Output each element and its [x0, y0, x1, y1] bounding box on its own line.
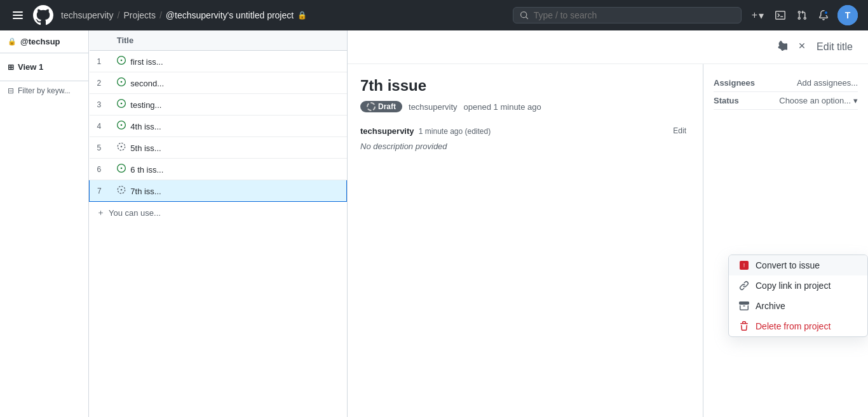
- row-title: testing...: [109, 94, 347, 116]
- sidebar-tabs: ⊞ View 1: [0, 53, 88, 81]
- notifications-button[interactable]: [816, 8, 831, 23]
- detail-panel: Edit title 7th issue Draft techsupervity…: [347, 30, 868, 417]
- context-menu-item[interactable]: Delete from project: [729, 316, 867, 336]
- table-row[interactable]: 1 first iss...: [90, 51, 347, 72]
- breadcrumb: techsupervity / Projects / @techsupervit…: [61, 10, 307, 20]
- grid-icon: ⊞: [8, 63, 14, 72]
- search-bar[interactable]: [513, 7, 742, 23]
- menu-item-icon: !: [739, 260, 749, 270]
- menu-item-icon: [739, 321, 749, 331]
- open-issue-icon: [117, 99, 126, 110]
- table-container[interactable]: Title 1 first iss... 2 second... 3 testi…: [89, 30, 347, 417]
- add-assignees-button[interactable]: Add assignees...: [797, 78, 858, 88]
- row-num: 2: [90, 72, 109, 94]
- sidebar-org-name: @techsup: [20, 37, 60, 46]
- context-menu-item[interactable]: Copy link in project: [729, 275, 867, 296]
- detail-header-actions: Edit title: [775, 38, 855, 56]
- open-issue-icon: [117, 77, 126, 88]
- add-row-label: You can use...: [109, 208, 161, 218]
- filter-bar[interactable]: ⊟ Filter by keyw...: [0, 81, 88, 100]
- status-value: Choose an option...: [779, 96, 851, 105]
- detail-header: Edit title: [348, 30, 868, 64]
- svg-point-8: [120, 189, 122, 191]
- row-num: 6: [90, 159, 109, 180]
- col-num: [90, 30, 109, 51]
- assignees-field: Assignees Add assignees...: [714, 74, 858, 92]
- sidebar-tab-view1[interactable]: ⊞ View 1: [0, 58, 88, 76]
- table-row[interactable]: 4 4th iss...: [90, 116, 347, 137]
- page-body: 🔒 @techsup ⊞ View 1 ⊟ Filter by keyw... …: [0, 30, 868, 417]
- svg-point-6: [120, 146, 122, 148]
- draft-issue-icon: [117, 142, 126, 153]
- context-menu-item[interactable]: Archive: [729, 296, 867, 316]
- svg-rect-1: [13, 15, 23, 16]
- menu-item-label: Copy link in project: [756, 281, 831, 291]
- sidebar-org-header: 🔒 @techsup: [0, 30, 88, 53]
- table-row[interactable]: 7 7th iss...: [90, 180, 347, 202]
- context-menu-item[interactable]: ! Convert to issue: [729, 255, 867, 275]
- comment-header: techsupervity 1 minute ago (edited) Edit: [360, 125, 690, 136]
- issue-meta-author: techsupervity: [409, 102, 458, 112]
- breadcrumb-sep2: /: [159, 10, 162, 20]
- table-row[interactable]: 2 second...: [90, 72, 347, 94]
- breadcrumb-sep1: /: [117, 10, 119, 20]
- draft-badge: Draft: [360, 101, 402, 112]
- close-button[interactable]: [795, 39, 809, 55]
- breadcrumb-projects[interactable]: Projects: [123, 10, 156, 20]
- pullrequest-button[interactable]: [794, 8, 810, 23]
- table-row[interactable]: 5 5th iss...: [90, 137, 347, 159]
- status-dropdown-button[interactable]: Choose an option... ▾: [779, 96, 858, 105]
- svg-rect-2: [13, 18, 23, 19]
- row-num: 4: [90, 116, 109, 137]
- comment-edit-button[interactable]: Edit: [669, 125, 690, 136]
- row-num: 3: [90, 94, 109, 116]
- terminal-button[interactable]: [773, 8, 788, 23]
- issue-meta: Draft techsupervity opened 1 minute ago: [360, 101, 690, 112]
- row-num: 7: [90, 180, 109, 202]
- open-issue-icon: [117, 164, 126, 175]
- draft-issue-icon: [117, 185, 126, 196]
- comment-author-block: techsupervity 1 minute ago (edited): [360, 126, 491, 136]
- row-title: 4th iss...: [109, 116, 347, 137]
- status-label: Status: [714, 96, 739, 105]
- context-menu: ! Convert to issue Copy link in project …: [728, 255, 868, 337]
- chevron-down-icon: ▾: [853, 96, 858, 105]
- top-nav: techsupervity / Projects / @techsupervit…: [0, 0, 868, 30]
- edit-title-button[interactable]: Edit title: [814, 39, 855, 55]
- table-row[interactable]: 6 6 th iss...: [90, 159, 347, 180]
- hamburger-button[interactable]: [10, 8, 25, 23]
- avatar[interactable]: T: [837, 5, 858, 25]
- detail-body: 7th issue Draft techsupervity opened 1 m…: [348, 64, 868, 417]
- comment-author: techsupervity: [360, 126, 414, 136]
- lock-icon: 🔒: [297, 11, 307, 20]
- svg-text:T: T: [845, 10, 851, 20]
- sidebar-tab-label: View 1: [18, 62, 43, 72]
- row-title: first iss...: [109, 51, 347, 72]
- row-title: 6 th iss...: [109, 159, 347, 180]
- issues-table: Title 1 first iss... 2 second... 3 testi…: [89, 30, 347, 202]
- open-issue-icon: [117, 121, 126, 131]
- row-title: 5th iss...: [109, 137, 347, 159]
- detail-sidebar: Assignees Add assignees... Status Choose…: [703, 64, 868, 417]
- new-button[interactable]: + ▾: [749, 7, 766, 24]
- issue-title: 7th issue: [360, 77, 690, 95]
- svg-rect-0: [13, 11, 23, 13]
- row-title: second...: [109, 72, 347, 94]
- table-row[interactable]: 3 testing...: [90, 94, 347, 116]
- detail-main: 7th issue Draft techsupervity opened 1 m…: [348, 64, 703, 417]
- comment-time: 1 minute ago (edited): [416, 127, 491, 136]
- search-input[interactable]: [534, 10, 735, 20]
- menu-item-label: Convert to issue: [756, 260, 820, 270]
- menu-item-icon: [739, 281, 749, 291]
- table-area: Title 1 first iss... 2 second... 3 testi…: [89, 30, 347, 417]
- row-title: 7th iss...: [109, 180, 347, 202]
- open-issue-icon: [117, 56, 126, 67]
- draft-badge-icon: [367, 102, 376, 111]
- no-description: No description provided: [360, 142, 690, 151]
- pin-button[interactable]: [775, 38, 790, 56]
- add-row[interactable]: ＋ You can use...: [89, 202, 347, 223]
- assignees-label: Assignees: [714, 78, 755, 88]
- add-icon: ＋: [97, 207, 105, 218]
- breadcrumb-org[interactable]: techsupervity: [61, 10, 113, 20]
- breadcrumb-project: @techsupervity's untitled project: [166, 10, 294, 20]
